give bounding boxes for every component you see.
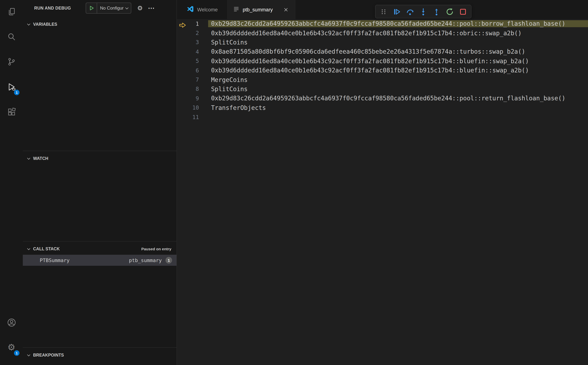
breakpoints-section: BREAKPOINTS: [23, 347, 177, 365]
code-line[interactable]: 10 TransferObjects: [177, 103, 588, 112]
editor-gutter[interactable]: 1: [177, 21, 208, 27]
step-out-icon[interactable]: [432, 7, 441, 16]
code-line[interactable]: 7 MergeCoins: [177, 75, 588, 84]
vscode-window: 1 ⚙ 1: [0, 0, 588, 365]
editor-area: Welcome ptb_summary: [177, 0, 588, 365]
code-text: 0xb29d83c26cdd2a64959263abbcfc4a6937f0c9…: [208, 95, 588, 102]
watch-body: [23, 163, 177, 241]
line-number: 7: [196, 77, 199, 83]
watch-section-label: WATCH: [33, 156, 48, 161]
watch-section: WATCH: [23, 151, 177, 241]
editor-gutter[interactable]: 5: [177, 58, 208, 64]
watch-section-header[interactable]: WATCH: [23, 154, 177, 163]
stop-icon[interactable]: [459, 7, 468, 16]
call-stack-section-header[interactable]: CALL STACK Paused on entry: [23, 245, 177, 253]
line-number: 4: [196, 49, 199, 55]
variables-section-label: VARIABLES: [33, 22, 57, 27]
more-actions-icon[interactable]: ⋯: [148, 5, 155, 11]
line-number: 2: [196, 30, 199, 36]
settings-badge: 1: [14, 350, 20, 356]
tab-welcome[interactable]: Welcome: [177, 0, 228, 19]
line-number: 3: [196, 39, 199, 46]
call-stack-section: CALL STACK Paused on entry PTBSummary pt…: [23, 241, 177, 347]
code-line[interactable]: 9 0xb29d83c26cdd2a64959263abbcfc4a6937f0…: [177, 94, 588, 103]
code-line[interactable]: 11: [177, 112, 588, 122]
call-stack-body: [23, 266, 177, 347]
config-label: No Configur: [97, 6, 131, 11]
editor-gutter[interactable]: 2: [177, 30, 208, 36]
vscode-logo-icon: [186, 5, 194, 14]
code-text: MergeCoins: [208, 76, 588, 83]
sidebar-title: RUN AND DEBUG: [34, 6, 86, 10]
line-number: 1: [196, 21, 199, 27]
code-line[interactable]: 3 SplitCoins: [177, 38, 588, 47]
debug-settings-gear-icon[interactable]: ⚙: [137, 5, 143, 11]
code-line[interactable]: 5 0xb39d6dddedd16ed8a40ce0b1e6b43c92acf0…: [177, 56, 588, 66]
step-into-icon[interactable]: [419, 7, 428, 16]
variables-section: VARIABLES: [23, 16, 177, 151]
tab-ptb-summary-label: ptb_summary: [243, 7, 273, 12]
chevron-down-icon: [27, 247, 30, 250]
editor-gutter[interactable]: 9: [177, 95, 208, 102]
code-line[interactable]: 2 0xb39d6dddedd16ed8a40ce0b1e6b43c92acf0…: [177, 28, 588, 38]
restart-icon[interactable]: [445, 7, 454, 16]
source-control-icon[interactable]: [4, 54, 19, 69]
code-editor[interactable]: 1 0xb29d83c26cdd2a64959263abbcfc4a6937f0…: [177, 19, 588, 365]
tab-ptb-summary[interactable]: ptb_summary: [228, 0, 295, 19]
continue-icon[interactable]: [392, 7, 401, 16]
code-line[interactable]: 4 0x8ae871505a80d8bf6bf9c05906cda6edfeea…: [177, 47, 588, 56]
pause-status-text: Paused on entry: [142, 247, 171, 251]
current-line-arrow-icon: [179, 22, 186, 30]
code-text: TransferObjects: [208, 104, 588, 111]
code-text: SplitCoins: [208, 39, 588, 46]
file-icon: [233, 6, 240, 14]
line-number: 9: [196, 95, 199, 102]
code-text: 0xb39d6dddedd16ed8a40ce0b1e6b43c92acf0ff…: [208, 67, 588, 74]
call-stack-section-label: CALL STACK: [33, 247, 60, 251]
breakpoints-section-header[interactable]: BREAKPOINTS: [23, 351, 177, 359]
gear-glyph: ⚙: [7, 343, 15, 352]
frame-badge: 1: [165, 257, 172, 264]
explorer-icon[interactable]: [4, 4, 19, 19]
editor-gutter[interactable]: 3: [177, 39, 208, 46]
code-text: 0xb29d83c26cdd2a64959263abbcfc4a6937f0c9…: [208, 20, 588, 27]
activity-bar: 1 ⚙ 1: [0, 0, 23, 365]
code-line[interactable]: 8 SplitCoins: [177, 84, 588, 94]
extensions-icon[interactable]: [4, 104, 19, 119]
code-text: SplitCoins: [208, 86, 588, 93]
line-number: 8: [196, 86, 199, 92]
config-label-text: No Configur: [100, 6, 124, 11]
account-icon[interactable]: [4, 315, 19, 330]
editor-gutter[interactable]: 8: [177, 86, 208, 92]
breakpoints-section-label: BREAKPOINTS: [33, 353, 64, 357]
debug-config-dropdown[interactable]: No Configur: [86, 3, 131, 14]
chevron-down-icon: [27, 22, 30, 25]
chevron-down-icon: [27, 156, 30, 160]
gripper-icon[interactable]: [379, 7, 388, 16]
editor-gutter[interactable]: 6: [177, 67, 208, 74]
code-line[interactable]: 6 0xb39d6dddedd16ed8a40ce0b1e6b43c92acf0…: [177, 66, 588, 75]
activity-bar-top: 1: [4, 4, 19, 119]
line-number: 6: [196, 67, 199, 74]
line-number: 5: [196, 58, 199, 64]
debug-toolbar: [375, 5, 471, 18]
variables-section-header[interactable]: VARIABLES: [23, 20, 177, 29]
close-icon[interactable]: [283, 6, 290, 13]
search-icon[interactable]: [4, 29, 19, 44]
activity-bar-bottom: ⚙ 1: [4, 315, 19, 365]
frame-name: PTBSummary: [40, 257, 70, 263]
code-line[interactable]: 1 0xb29d83c26cdd2a64959263abbcfc4a6937f0…: [177, 19, 588, 28]
editor-gutter[interactable]: 10: [177, 104, 208, 111]
start-debugging-icon[interactable]: [86, 3, 97, 13]
call-stack-frame[interactable]: PTBSummary ptb_summary 1: [23, 255, 177, 266]
tab-welcome-label: Welcome: [197, 7, 218, 12]
code-text: 0xb39d6dddedd16ed8a40ce0b1e6b43c92acf0ff…: [208, 58, 588, 65]
step-over-icon[interactable]: [406, 7, 414, 16]
editor-gutter[interactable]: 7: [177, 77, 208, 83]
run-debug-icon[interactable]: 1: [4, 79, 19, 94]
editor-gutter[interactable]: 11: [177, 114, 208, 120]
sidebar-header: RUN AND DEBUG No Configur ⚙ ⋯: [23, 0, 177, 16]
settings-gear-icon[interactable]: ⚙ 1: [4, 340, 19, 355]
editor-gutter[interactable]: 4: [177, 49, 208, 55]
line-number: 11: [192, 114, 199, 120]
